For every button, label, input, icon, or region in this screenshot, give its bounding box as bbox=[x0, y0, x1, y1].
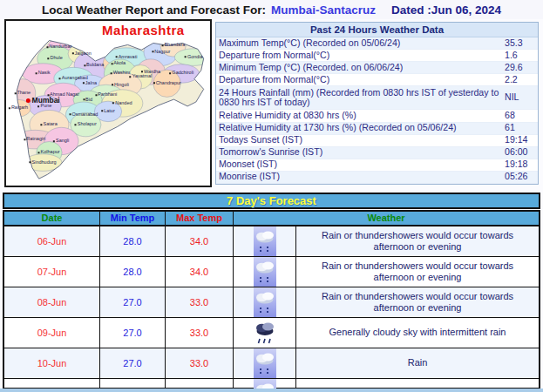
past24-row-value: 61 bbox=[501, 123, 538, 133]
map-district-label: Jalgaon bbox=[71, 51, 91, 57]
map-district-label: Chandrapur bbox=[153, 81, 181, 86]
map-district-label: Akola bbox=[111, 61, 126, 66]
past24-row: Moonset (IST) 19:18 bbox=[216, 159, 538, 172]
forecast-description: Rain or thundershowers would occur towar… bbox=[296, 226, 539, 256]
map-district-label: Nanded bbox=[112, 101, 132, 106]
forecast-max-temp: 33.0 bbox=[166, 287, 234, 317]
past24-row-value: 29.6 bbox=[501, 63, 538, 73]
past24-row-value: 2.2 bbox=[501, 75, 538, 85]
past24-row-label: Relative Humidity at 0830 hrs (%) bbox=[219, 111, 501, 121]
map-district-label: Nasik bbox=[36, 71, 51, 77]
dated-label: Dated :Jun 06, 2024 bbox=[391, 3, 501, 17]
forecast-date: 08-Jun bbox=[4, 287, 100, 317]
past24-row-value: 68 bbox=[501, 111, 538, 121]
map-district-label: Sindhudurg bbox=[30, 160, 57, 166]
forecast-row: 10-Jun 27.0 33.0 bbox=[4, 348, 539, 378]
map-district-label: Aurangabad bbox=[59, 76, 88, 81]
map-district-label: Dhule bbox=[47, 57, 62, 62]
page-title-prefix: Local Weather Report and Forecast For: bbox=[42, 3, 266, 17]
map-district-label: Satara bbox=[41, 122, 58, 127]
map-district-label: Hingoli bbox=[112, 83, 129, 88]
forecast-min-temp: 27.0 bbox=[100, 287, 166, 317]
forecast-col-min-temp: Min Temp bbox=[100, 212, 166, 225]
past24-row-value: 06:00 bbox=[501, 147, 538, 158]
past24-row: 24 Hours Rainfall (mm) (Recorded from 08… bbox=[216, 86, 538, 110]
forecast-description: Generally cloudy sky with intermittent r… bbox=[296, 318, 539, 348]
past24-row-label: Todays Sunset (IST) bbox=[219, 135, 501, 145]
forecast-icon-cell bbox=[234, 257, 296, 287]
forecast-date: 09-Jun bbox=[4, 318, 100, 348]
forecast-icon-cell bbox=[234, 226, 296, 256]
past24-row: Maximum Temp(°C) (Recorded on 05/06/24) … bbox=[216, 37, 538, 50]
past24-row: Relative Humidity at 0830 hrs (%) 68 bbox=[216, 110, 538, 122]
forecast-date: 10-Jun bbox=[4, 348, 100, 378]
past24-row: Minimum Temp (°C) (Recorded. on 06/06/24… bbox=[216, 62, 538, 74]
station-name: Mumbai-Santacruz bbox=[271, 3, 376, 17]
forecast-icon-cell bbox=[234, 318, 296, 348]
rain-shower-icon bbox=[254, 287, 276, 317]
map-district-label: Amravati bbox=[116, 55, 138, 60]
past24-row-value: NIL bbox=[501, 92, 538, 103]
past24-row-label: Departure from Normal(°C) bbox=[219, 75, 501, 85]
past24-row-label: 24 Hours Rainfall (mm) (Recorded from 08… bbox=[219, 88, 501, 109]
map-district-label: Ratnagiri bbox=[24, 137, 45, 142]
map-district-label: Sangli bbox=[53, 139, 69, 144]
rain-shower-icon bbox=[254, 257, 276, 287]
past24-row-value: 35.3 bbox=[501, 38, 538, 49]
map-district-label: Jalna bbox=[83, 81, 97, 86]
map-title: Maharashtra bbox=[102, 23, 185, 37]
forecast-row: 06-Jun 28.0 34.0 bbox=[4, 226, 539, 256]
past24-row-label: Tomorrow's Sunrise (IST) bbox=[219, 147, 501, 158]
forecast-max-temp: 33.0 bbox=[166, 348, 234, 378]
map-district-label: Bhandara bbox=[161, 44, 185, 49]
map-district-label: Pune bbox=[38, 105, 52, 110]
past24-row-label: Moonset (IST) bbox=[219, 159, 501, 170]
forecast-col-date: Date bbox=[4, 212, 100, 225]
mumbai-city-marker: Mumbai bbox=[26, 96, 60, 105]
rain-shower-icon bbox=[254, 226, 276, 256]
forecast-row: 07-Jun 28.0 34.0 bbox=[4, 256, 539, 287]
forecast-icon-cell bbox=[234, 287, 296, 317]
map-district-label: Kolhapur bbox=[38, 150, 60, 155]
rain-shower-icon bbox=[254, 348, 276, 378]
forecast-description: Rain bbox=[296, 348, 539, 378]
past24-row: Departure from Normal(°C) 2.2 bbox=[216, 74, 538, 86]
past24-row-label: Departure from Normal(°C) bbox=[219, 51, 501, 61]
past24-row-value: 05:26 bbox=[501, 172, 538, 182]
maharashtra-map-panel: Maharashtra Nandurbar Dhule Jalgaon Buld… bbox=[4, 19, 212, 187]
past24-row: Moonrise (IST) 05:26 bbox=[216, 172, 538, 184]
map-district-label: Nagpur bbox=[152, 50, 170, 55]
forecast-title: 7 Day's Forecast bbox=[3, 193, 540, 209]
cloudy-rain-icon bbox=[254, 318, 276, 348]
past24-row-value: 19:18 bbox=[501, 159, 538, 170]
forecast-date: 06-Jun bbox=[4, 226, 100, 256]
past24-row: Todays Sunset (IST) 19:14 bbox=[216, 135, 538, 147]
forecast-col-weather: Weather bbox=[234, 212, 539, 225]
map-district-label: Parbhani bbox=[95, 92, 117, 98]
map-district-label: Osmanabad bbox=[69, 112, 98, 118]
forecast-col-max-temp: Max Temp bbox=[166, 212, 234, 225]
map-district-label: Gondia bbox=[185, 55, 203, 60]
forecast-row: 08-Jun 27.0 33.0 bbox=[4, 287, 539, 317]
past24-row: Departure from Normal(°C) 1.6 bbox=[216, 50, 538, 62]
map-district-label: Raigarh bbox=[9, 105, 28, 111]
page-bottom-strip bbox=[0, 389, 543, 392]
forecast-icon-cell bbox=[234, 348, 296, 378]
past24-row-label: Maximum Temp(°C) (Recorded on 05/06/24) bbox=[219, 38, 501, 49]
page-title: Local Weather Report and Forecast For: M… bbox=[0, 0, 543, 19]
map-district-label: Gadchiroli bbox=[169, 71, 193, 77]
map-district-label: Sholapur bbox=[75, 122, 97, 127]
map-district-label: Washim bbox=[111, 71, 131, 77]
map-district-label: Nandurbar bbox=[46, 44, 71, 50]
map-district-label: Bid bbox=[83, 98, 92, 103]
forecast-header-row: Date Min Temp Max Temp Weather bbox=[4, 212, 539, 226]
map-district-label: Yavatmal bbox=[130, 75, 153, 80]
forecast-max-temp: 34.0 bbox=[166, 226, 234, 256]
map-district-label: Buldana bbox=[84, 63, 104, 68]
past-24-hours-table: Past 24 Hours Weather Data Maximum Temp(… bbox=[215, 22, 539, 185]
forecast-min-temp: 27.0 bbox=[100, 318, 166, 348]
forecast-min-temp: 28.0 bbox=[100, 257, 166, 287]
past24-row: Tomorrow's Sunrise (IST) 06:00 bbox=[216, 147, 538, 159]
forecast-max-temp: 33.0 bbox=[166, 318, 234, 348]
map-district-label: Latur bbox=[101, 109, 115, 114]
